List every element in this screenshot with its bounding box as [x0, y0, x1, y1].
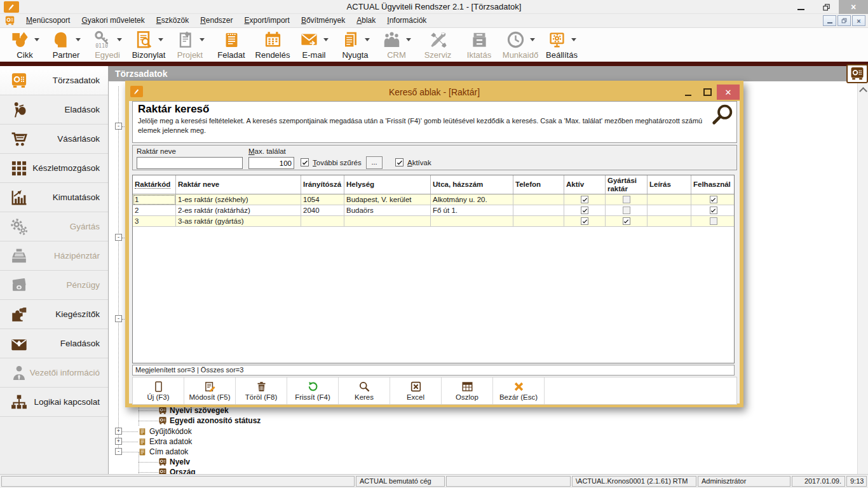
grid-header-rakt-rk-d[interactable]: Raktárkód: [133, 175, 176, 194]
table-row[interactable]: 11-es raktár (székhely)1054Budapest, V. …: [133, 194, 734, 205]
bez-r-esc-button[interactable]: Bezár (Esc): [493, 377, 545, 404]
menu-item-export-import[interactable]: Export/import: [239, 14, 295, 27]
menu-item-b-v-tm-nyek[interactable]: Bővítmények: [295, 14, 351, 27]
dropdown-caret-icon[interactable]: [365, 38, 370, 41]
unchecked-checkbox[interactable]: [710, 217, 717, 225]
tree-expander[interactable]: +: [115, 428, 122, 435]
table-row[interactable]: 33-as raktár (gyártás): [133, 216, 734, 227]
table-cell-code[interactable]: 3: [133, 216, 176, 227]
table-cell-phone[interactable]: [513, 216, 564, 227]
grid-header-utca-h-zsz-m[interactable]: Utca, házszám: [431, 175, 513, 194]
checked-checkbox[interactable]: [581, 217, 588, 225]
keres-button[interactable]: Keres: [339, 377, 390, 404]
tree-item-extra-adatok[interactable]: Extra adatok: [138, 437, 192, 447]
toolbar-item-e-mail[interactable]: E-mail: [295, 29, 332, 60]
table-cell-usable[interactable]: [691, 194, 735, 205]
mdi-close-button[interactable]: ×: [852, 15, 865, 26]
table-cell-usable[interactable]: [691, 205, 735, 216]
table-cell-city[interactable]: [344, 216, 431, 227]
checked-checkbox[interactable]: [623, 217, 630, 225]
sidebar-item-logikai-kapcsolat[interactable]: Logikai kapcsolat: [0, 388, 108, 417]
toolbar-item-cikk[interactable]: Cikk: [6, 29, 43, 60]
menu-item-gyakori-m-veletek[interactable]: Gyakori műveletek: [76, 14, 150, 27]
m-dos-t-f5-button[interactable]: Módosít (F5): [184, 377, 236, 404]
grid-header-helys-g[interactable]: Helység: [344, 175, 431, 194]
dialog-minimize-button[interactable]: [679, 85, 698, 100]
table-cell-production[interactable]: [606, 194, 648, 205]
menu-item-eszk-z-k[interactable]: Eszközök: [151, 14, 194, 27]
sidebar-item-t-rzsadatok[interactable]: Törzsadatok: [0, 66, 108, 95]
t-r-l-f8-button[interactable]: Töröl (F8): [236, 377, 287, 404]
tree-item-c-m-adatok[interactable]: Cím adatok: [138, 447, 188, 457]
dropdown-caret-icon[interactable]: [200, 38, 205, 41]
dialog-close-button[interactable]: ✕: [717, 85, 740, 100]
window-restore-button[interactable]: [813, 0, 839, 14]
sidebar-item-kimutat-sok[interactable]: Kimutatások: [0, 183, 108, 212]
tree-item-orsz-g[interactable]: Ország: [158, 467, 196, 474]
checked-checkbox[interactable]: [710, 207, 717, 214]
table-cell-name[interactable]: 1-es raktár (székhely): [176, 194, 301, 205]
table-cell-zip[interactable]: 2040: [301, 205, 344, 216]
mdi-minimize-button[interactable]: [823, 15, 836, 26]
dropdown-caret-icon[interactable]: [406, 38, 411, 41]
tree-expander[interactable]: -: [115, 123, 122, 130]
toolbar-item-bizonylat[interactable]: Bizonylat: [130, 29, 167, 60]
tree-item-nyelv[interactable]: Nyelv: [158, 457, 190, 467]
table-cell-desc[interactable]: [648, 216, 691, 227]
grid-header-akt-v[interactable]: Aktív: [564, 175, 606, 194]
vertical-scrollbar[interactable]: [857, 83, 868, 474]
table-cell-code[interactable]: 1: [133, 194, 176, 205]
table-row[interactable]: 22-es raktár (raktárház)2040BudaörsFő út…: [133, 205, 734, 216]
dialog-maximize-button[interactable]: [698, 85, 717, 100]
table-cell-usable[interactable]: [691, 216, 735, 227]
toolbar-item-be-ll-t-s[interactable]: Beállítás: [543, 29, 580, 60]
warehouse-name-input[interactable]: [137, 157, 243, 169]
table-cell-phone[interactable]: [513, 194, 564, 205]
grid-header-ir-ny-t-sz[interactable]: Irányítószá: [301, 175, 344, 194]
table-cell-street[interactable]: Alkotmány u. 20.: [431, 194, 513, 205]
dropdown-caret-icon[interactable]: [158, 38, 163, 41]
more-filter-ellipsis-button[interactable]: ...: [366, 156, 383, 169]
tree-expander[interactable]: -: [115, 315, 122, 322]
unchecked-checkbox[interactable]: [623, 207, 630, 214]
toolbar-item-nyugta[interactable]: Nyugta: [337, 29, 374, 60]
sidebar-item-k-szletmozg-sok[interactable]: Készletmozgások: [0, 154, 108, 183]
table-cell-name[interactable]: 2-es raktár (raktárház): [176, 205, 301, 216]
dropdown-caret-icon[interactable]: [530, 38, 535, 41]
unchecked-checkbox[interactable]: [623, 196, 630, 203]
oszlop-button[interactable]: Oszlop: [442, 377, 493, 404]
window-minimize-button[interactable]: [788, 0, 813, 14]
menu-item-inform-ci-k[interactable]: Információk: [381, 14, 432, 27]
toolbar-item-rendel-s[interactable]: Rendelés: [254, 29, 291, 60]
sidebar-item-v-s-rl-sok[interactable]: Vásárlások: [0, 125, 108, 154]
table-cell-active[interactable]: [564, 205, 606, 216]
active-checkbox[interactable]: [395, 158, 403, 166]
grid-header-felhaszn-l[interactable]: Felhasznál: [691, 175, 735, 194]
table-cell-street[interactable]: [431, 216, 513, 227]
table-cell-active[interactable]: [564, 216, 606, 227]
grid-header-rakt-r-neve[interactable]: Raktár neve: [176, 175, 301, 194]
checked-checkbox[interactable]: [581, 207, 588, 214]
table-cell-phone[interactable]: [513, 205, 564, 216]
table-cell-code[interactable]: 2: [133, 205, 176, 216]
safe-panel-button[interactable]: [846, 64, 868, 83]
tree-expander[interactable]: -: [115, 448, 122, 455]
table-cell-zip[interactable]: [301, 216, 344, 227]
table-cell-production[interactable]: [606, 205, 648, 216]
toolbar-item-partner[interactable]: Partner: [48, 29, 85, 60]
checked-checkbox[interactable]: [710, 196, 717, 203]
dropdown-caret-icon[interactable]: [34, 38, 39, 41]
grid-header-le-r-s[interactable]: Leírás: [648, 175, 691, 194]
menu-item-men-csoport[interactable]: Menücsoport: [20, 14, 76, 27]
tree-item-gy-jt-k-dok[interactable]: Gyűjtőkódok: [138, 426, 192, 437]
table-cell-city[interactable]: Budaörs: [344, 205, 431, 216]
sidebar-item-felad-sok[interactable]: Feladások: [0, 329, 108, 358]
dropdown-caret-icon[interactable]: [117, 38, 122, 41]
table-cell-desc[interactable]: [648, 205, 691, 216]
window-close-button[interactable]: ×: [839, 0, 868, 14]
max-results-input[interactable]: [248, 157, 294, 169]
mdi-restore-button[interactable]: [837, 15, 851, 26]
scroll-up-arrow[interactable]: [860, 87, 865, 92]
j-f3-button[interactable]: Új (F3): [133, 377, 184, 404]
dropdown-caret-icon[interactable]: [76, 38, 81, 41]
